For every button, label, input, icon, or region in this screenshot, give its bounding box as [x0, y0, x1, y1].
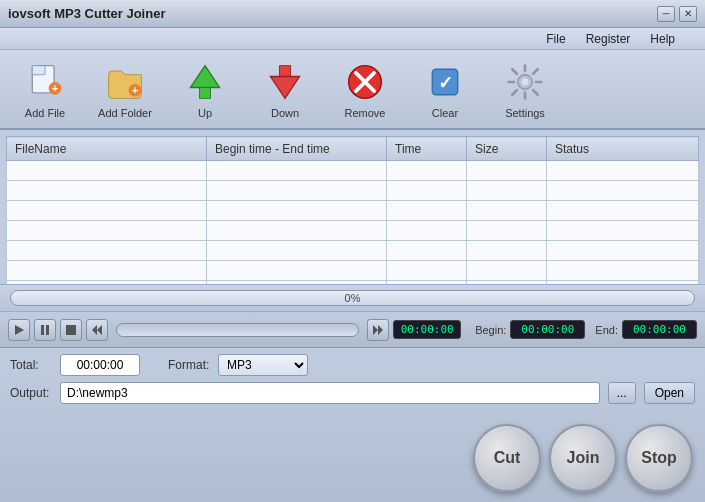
remove-label: Remove — [345, 107, 386, 119]
stop-button[interactable]: Stop — [625, 424, 693, 492]
menu-register[interactable]: Register — [576, 30, 641, 48]
up-icon — [183, 60, 227, 104]
settings-label: Settings — [505, 107, 545, 119]
seek-bar[interactable] — [116, 323, 359, 337]
col-time: Time — [387, 137, 467, 161]
svg-rect-7 — [200, 87, 211, 98]
time-display: 00:00:00 — [393, 320, 461, 339]
svg-point-16 — [521, 78, 528, 85]
fast-forward-button[interactable] — [367, 319, 389, 341]
svg-text:✓: ✓ — [438, 73, 453, 93]
total-format-row: Total: Format: MP3 WAV OGG WMA — [10, 354, 695, 376]
svg-text:+: + — [132, 83, 138, 95]
add-file-icon: + — [23, 60, 67, 104]
close-button[interactable]: ✕ — [679, 6, 697, 22]
svg-rect-27 — [46, 325, 49, 335]
svg-marker-9 — [270, 76, 299, 98]
table-row — [7, 161, 699, 181]
file-table: FileName Begin time - End time Time Size… — [6, 136, 699, 284]
total-input[interactable] — [60, 354, 140, 376]
end-time[interactable]: 00:00:00 — [622, 320, 697, 339]
col-filename: FileName — [7, 137, 207, 161]
remove-icon — [343, 60, 387, 104]
svg-line-21 — [512, 69, 517, 74]
up-label: Up — [198, 107, 212, 119]
output-row: Output: ... Open — [10, 382, 695, 404]
settings-button[interactable]: Settings — [490, 56, 560, 123]
begin-end-area: Begin: 00:00:00 End: 00:00:00 — [469, 320, 697, 339]
table-row — [7, 181, 699, 201]
svg-text:+: + — [52, 82, 58, 94]
pause-button[interactable] — [34, 319, 56, 341]
table-row — [7, 261, 699, 281]
add-folder-label: Add Folder — [98, 107, 152, 119]
up-button[interactable]: Up — [170, 56, 240, 123]
player-controls: 00:00:00 Begin: 00:00:00 End: 00:00:00 — [0, 312, 705, 348]
begin-label: Begin: — [475, 324, 506, 336]
stop-player-button[interactable] — [60, 319, 82, 341]
format-select[interactable]: MP3 WAV OGG WMA — [218, 354, 308, 376]
progress-label: 0% — [345, 292, 361, 304]
clear-label: Clear — [432, 107, 458, 119]
add-file-label: Add File — [25, 107, 65, 119]
svg-line-23 — [533, 69, 538, 74]
svg-marker-32 — [378, 325, 383, 335]
file-list-area: FileName Begin time - End time Time Size… — [0, 130, 705, 284]
add-file-button[interactable]: + Add File — [10, 56, 80, 123]
svg-line-22 — [533, 90, 538, 95]
col-status: Status — [547, 137, 699, 161]
svg-marker-29 — [97, 325, 102, 335]
svg-marker-25 — [15, 325, 24, 335]
join-button[interactable]: Join — [549, 424, 617, 492]
browse-button[interactable]: ... — [608, 382, 636, 404]
svg-marker-30 — [92, 325, 97, 335]
svg-rect-28 — [66, 325, 76, 335]
col-size: Size — [467, 137, 547, 161]
progress-bar: 0% — [10, 290, 695, 306]
svg-marker-31 — [373, 325, 378, 335]
svg-rect-8 — [280, 65, 291, 76]
toolbar: + Add File + Add Folder — [0, 50, 705, 130]
table-row — [7, 241, 699, 261]
begin-time[interactable]: 00:00:00 — [510, 320, 585, 339]
cut-button[interactable]: Cut — [473, 424, 541, 492]
end-label: End: — [595, 324, 618, 336]
down-label: Down — [271, 107, 299, 119]
rewind-button[interactable] — [86, 319, 108, 341]
menu-file[interactable]: File — [536, 30, 575, 48]
window-controls: ─ ✕ — [657, 6, 697, 22]
add-folder-button[interactable]: + Add Folder — [90, 56, 160, 123]
col-begin-end: Begin time - End time — [207, 137, 387, 161]
svg-rect-26 — [41, 325, 44, 335]
svg-marker-6 — [190, 65, 219, 87]
down-button[interactable]: Down — [250, 56, 320, 123]
add-folder-icon: + — [103, 60, 147, 104]
action-buttons: Cut Join Stop — [473, 424, 693, 492]
down-icon — [263, 60, 307, 104]
minimize-button[interactable]: ─ — [657, 6, 675, 22]
settings-icon — [503, 60, 547, 104]
svg-rect-1 — [32, 65, 45, 74]
table-row — [7, 201, 699, 221]
table-row — [7, 221, 699, 241]
app-title: iovsoft MP3 Cutter Joiner — [8, 6, 165, 21]
clear-button[interactable]: ✓ Clear — [410, 56, 480, 123]
total-label: Total: — [10, 358, 52, 372]
clear-icon: ✓ — [423, 60, 467, 104]
remove-button[interactable]: Remove — [330, 56, 400, 123]
menu-help[interactable]: Help — [640, 30, 685, 48]
format-label: Format: — [168, 358, 210, 372]
svg-line-24 — [512, 90, 517, 95]
output-label: Output: — [10, 386, 52, 400]
menu-bar: File Register Help — [0, 28, 705, 50]
output-path-input[interactable] — [60, 382, 600, 404]
open-button[interactable]: Open — [644, 382, 695, 404]
progress-area: 0% — [0, 284, 705, 312]
title-bar: iovsoft MP3 Cutter Joiner ─ ✕ — [0, 0, 705, 28]
play-button[interactable] — [8, 319, 30, 341]
